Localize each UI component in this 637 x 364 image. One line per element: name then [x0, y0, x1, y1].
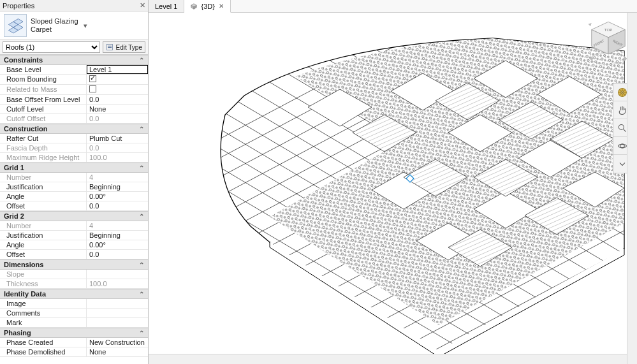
- property-row[interactable]: Base Offset From Level0.0: [0, 95, 148, 105]
- property-row[interactable]: JustificationBeginning: [0, 231, 148, 240]
- edit-type-button[interactable]: Edit Type: [103, 41, 145, 53]
- property-row[interactable]: Offset0.0: [0, 250, 148, 259]
- group-header[interactable]: Construction⌃: [0, 124, 148, 134]
- family-type-selector[interactable]: Sloped Glazing Carpet ▾: [0, 11, 148, 40]
- property-row: Fascia Depth0.0: [0, 143, 148, 153]
- collapse-icon[interactable]: ⌃: [139, 261, 144, 268]
- property-value[interactable]: [87, 318, 148, 327]
- group-header[interactable]: Identity Data⌃: [0, 289, 148, 299]
- group-header[interactable]: Dimensions⌃: [0, 259, 148, 270]
- svg-line-87: [624, 129, 626, 131]
- property-label: Base Offset From Level: [0, 95, 87, 104]
- property-value: 0.0: [87, 143, 148, 152]
- property-value[interactable]: Level 1: [87, 65, 148, 74]
- property-value[interactable]: [87, 75, 148, 84]
- model-geometry: [149, 13, 637, 364]
- property-row[interactable]: Angle0.00°: [0, 240, 148, 250]
- collapse-icon[interactable]: ⌃: [139, 213, 144, 220]
- properties-grid[interactable]: Constraints⌃Base LevelLevel 1Room Boundi…: [0, 55, 148, 364]
- properties-panel: Properties ✕ Sloped Glazing Carpet ▾: [0, 0, 149, 364]
- property-value[interactable]: Beginning: [87, 231, 148, 240]
- scrollbar-vertical[interactable]: [627, 13, 637, 364]
- property-label: Related to Mass: [0, 85, 87, 94]
- home-icon[interactable]: [589, 23, 592, 26]
- collapse-icon[interactable]: ⌃: [139, 330, 144, 337]
- collapse-icon[interactable]: ⌃: [139, 126, 144, 133]
- property-value[interactable]: 0.0: [87, 201, 148, 210]
- edit-type-icon: [106, 43, 113, 51]
- property-row[interactable]: Phase DemolishedNone: [0, 347, 148, 357]
- close-icon[interactable]: ✕: [219, 3, 224, 10]
- family-name: Sloped Glazing: [31, 17, 78, 25]
- property-label: Slope: [0, 270, 87, 279]
- property-row[interactable]: Image: [0, 299, 148, 309]
- property-value[interactable]: Plumb Cut: [87, 134, 148, 143]
- property-label: Number: [0, 221, 87, 230]
- property-row[interactable]: Room Bounding: [0, 75, 148, 85]
- property-row[interactable]: Cutoff LevelNone: [0, 105, 148, 114]
- property-value[interactable]: [87, 309, 148, 317]
- svg-point-89: [619, 144, 627, 147]
- property-value[interactable]: None: [87, 105, 148, 113]
- checkbox[interactable]: [89, 75, 96, 82]
- type-name: Carpet: [31, 25, 78, 34]
- property-value[interactable]: New Construction: [87, 338, 148, 347]
- property-value: [87, 270, 148, 279]
- property-label: Room Bounding: [0, 75, 87, 84]
- property-value: [87, 85, 148, 94]
- property-row[interactable]: Angle0.00°: [0, 192, 148, 201]
- property-value[interactable]: 0.0: [87, 95, 148, 104]
- property-label: Mark: [0, 318, 87, 327]
- property-row[interactable]: Mark: [0, 318, 148, 328]
- property-value[interactable]: 0.00°: [87, 240, 148, 249]
- property-row[interactable]: Phase CreatedNew Construction: [0, 338, 148, 347]
- property-value[interactable]: Beginning: [87, 182, 148, 191]
- chevron-down-icon[interactable]: ▾: [82, 22, 89, 30]
- svg-point-77: [590, 53, 626, 64]
- property-row[interactable]: Offset0.0: [0, 201, 148, 211]
- property-value[interactable]: None: [87, 347, 148, 356]
- group-header[interactable]: Phasing⌃: [0, 328, 148, 338]
- svg-rect-5: [108, 46, 112, 47]
- property-label: Offset: [0, 201, 87, 210]
- group-header[interactable]: Grid 1⌃: [0, 163, 148, 173]
- scrollbar-horizontal[interactable]: [149, 354, 627, 364]
- property-label: Comments: [0, 309, 87, 317]
- viewport-3d[interactable]: TOP FRONT RIGHT: [149, 13, 637, 364]
- property-row[interactable]: Comments: [0, 309, 148, 318]
- close-icon[interactable]: ✕: [140, 1, 145, 10]
- tab-label: Level 1: [155, 3, 177, 10]
- tab-3d[interactable]: {3D} ✕: [184, 0, 230, 13]
- view-cube[interactable]: TOP FRONT RIGHT: [586, 17, 631, 74]
- family-thumbnail-icon: [4, 14, 27, 37]
- instance-filter-select[interactable]: Roofs (1): [3, 41, 100, 53]
- checkbox: [89, 85, 96, 92]
- collapse-icon[interactable]: ⌃: [139, 57, 144, 64]
- property-row[interactable]: Rafter CutPlumb Cut: [0, 134, 148, 143]
- property-label: Cutoff Level: [0, 105, 87, 113]
- collapse-icon[interactable]: ⌃: [139, 164, 144, 171]
- property-label: Angle: [0, 192, 87, 201]
- property-label: Thickness: [0, 279, 87, 288]
- property-label: Angle: [0, 240, 87, 249]
- collapse-icon[interactable]: ⌃: [139, 291, 144, 298]
- property-label: Image: [0, 299, 87, 308]
- property-label: Offset: [0, 250, 87, 259]
- group-header[interactable]: Grid 2⌃: [0, 211, 148, 221]
- instance-selector-row: Roofs (1) Edit Type: [0, 40, 148, 55]
- property-label: Phase Demolished: [0, 347, 87, 356]
- tab-label: {3D}: [201, 3, 214, 10]
- tab-level1[interactable]: Level 1: [149, 0, 184, 12]
- view-tabs: Level 1 {3D} ✕: [149, 0, 637, 13]
- property-label: Fascia Depth: [0, 143, 87, 152]
- property-row[interactable]: JustificationBeginning: [0, 182, 148, 192]
- property-row[interactable]: Base LevelLevel 1: [0, 65, 148, 75]
- property-label: Rafter Cut: [0, 134, 87, 143]
- property-value[interactable]: 0.0: [87, 250, 148, 259]
- property-row: Thickness100.0: [0, 279, 148, 289]
- group-header[interactable]: Constraints⌃: [0, 55, 148, 65]
- property-value[interactable]: 0.00°: [87, 192, 148, 201]
- viewcube-top-label: TOP: [604, 27, 612, 32]
- property-value[interactable]: [87, 299, 148, 308]
- property-label: Base Level: [0, 65, 87, 74]
